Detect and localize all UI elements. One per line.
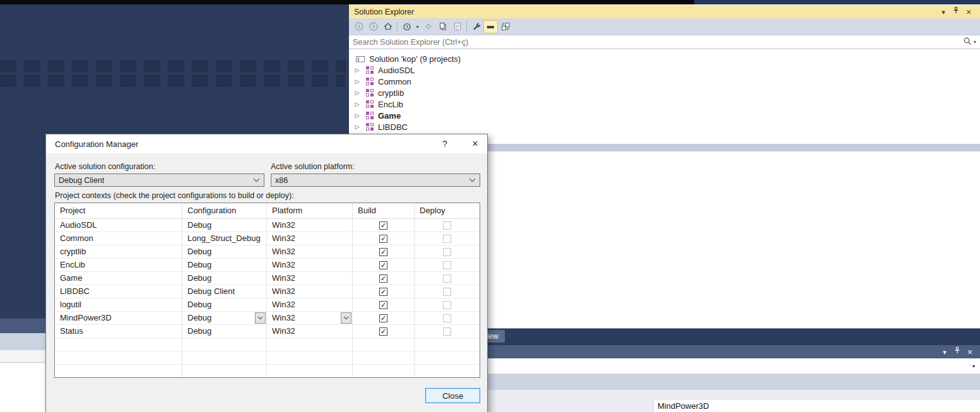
expander-icon[interactable]: ▷ [354, 124, 360, 130]
build-checkbox[interactable]: ✓ [379, 248, 387, 256]
project-cell[interactable]: Status [55, 325, 182, 338]
refresh-icon[interactable] [421, 20, 435, 33]
table-row[interactable]: AudioSDLDebugWin32✓ [55, 219, 480, 232]
configuration-cell[interactable]: Long_Struct_Debug [182, 232, 267, 245]
forward-icon[interactable] [366, 20, 381, 33]
cell-dropdown-button[interactable] [255, 312, 266, 324]
configuration-cell[interactable]: Debug [182, 312, 267, 325]
build-checkbox[interactable]: ✓ [379, 288, 387, 296]
properties-wrench-icon[interactable] [469, 20, 483, 33]
expander-icon[interactable]: ▷ [354, 67, 360, 73]
platform-cell[interactable]: Win32 [267, 219, 353, 232]
project-cell[interactable]: LIBDBC [55, 285, 182, 298]
platform-cell[interactable]: Win32 [267, 285, 353, 298]
project-cell[interactable]: Common [55, 232, 182, 245]
build-checkbox[interactable]: ✓ [379, 327, 387, 336]
tree-item-solution[interactable]: Solution 'kop' (9 projects) [349, 53, 980, 64]
pin-icon[interactable] [951, 346, 964, 358]
solution-explorer-search[interactable]: Search Solution Explorer (Ctrl+ç) ▾ [349, 35, 980, 49]
tree-item-project[interactable]: ▷Game [349, 110, 980, 121]
table-row[interactable]: StatusDebugWin32✓ [55, 325, 480, 338]
deploy-checkbox[interactable] [443, 327, 451, 336]
project-cell[interactable]: EncLib [55, 259, 182, 272]
configuration-cell[interactable]: Debug [182, 259, 267, 272]
help-button[interactable]: ? [436, 134, 454, 153]
deploy-checkbox[interactable] [443, 274, 451, 283]
cell-dropdown-button[interactable] [341, 312, 351, 324]
active-configuration-combobox[interactable]: Debug Client [54, 174, 264, 187]
platform-cell[interactable]: Win32 [267, 325, 353, 338]
configuration-cell[interactable]: Debug Client [182, 285, 267, 298]
expander-icon[interactable]: ▷ [354, 112, 360, 119]
active-platform-combobox[interactable]: x86 [271, 174, 480, 187]
platform-cell[interactable]: Win32 [267, 259, 353, 272]
filter-dropdown-icon[interactable]: ▾ [414, 20, 421, 33]
table-row[interactable]: EncLibDebugWin32✓ [55, 259, 480, 272]
configuration-cell[interactable]: Debug [182, 272, 267, 285]
table-row[interactable]: LIBDBCDebug ClientWin32✓ [55, 285, 480, 298]
expander-icon[interactable]: ▷ [354, 90, 360, 96]
table-row[interactable]: logutilDebugWin32✓ [55, 298, 480, 312]
deploy-checkbox[interactable] [443, 221, 451, 230]
tree-item-project[interactable]: ▷EncLib [349, 98, 980, 110]
tree-item-project[interactable]: ▷Common [349, 76, 980, 87]
tree-item-project[interactable]: ▷cryptlib [349, 87, 980, 98]
platform-cell[interactable]: Win32 [267, 272, 353, 285]
tree-item-project[interactable]: ▷LIBDBC [349, 121, 980, 132]
platform-cell[interactable]: Win32 [267, 232, 353, 245]
show-all-files-icon[interactable] [450, 20, 464, 33]
deploy-checkbox[interactable] [443, 314, 451, 322]
home-icon[interactable] [381, 20, 395, 33]
table-row[interactable]: MindPower3DDebugWin32✓ [55, 312, 480, 325]
configuration-cell[interactable]: Debug [182, 219, 267, 232]
table-row[interactable]: GameDebugWin32✓ [55, 272, 480, 285]
platform-cell[interactable]: Win32 [267, 312, 353, 325]
expander-icon[interactable]: ▷ [354, 78, 360, 85]
close-icon[interactable]: × [964, 346, 976, 358]
search-icon[interactable] [963, 37, 972, 48]
close-button[interactable]: Close [425, 388, 480, 403]
expander-icon[interactable]: ▷ [354, 101, 360, 107]
column-header: Deploy [415, 203, 480, 219]
build-checkbox[interactable]: ✓ [379, 301, 387, 309]
dialog-titlebar[interactable]: Configuration Manager ? × [46, 134, 487, 153]
dialog-close-icon[interactable]: × [464, 134, 487, 153]
tree-item-label: Common [378, 77, 411, 86]
sync-with-active-document-icon[interactable] [498, 20, 512, 33]
window-position-icon[interactable]: ▾ [938, 346, 951, 358]
project-cell[interactable]: AudioSDL [55, 219, 182, 232]
window-position-icon[interactable]: ▾ [937, 6, 950, 18]
table-row[interactable]: CommonLong_Struct_DebugWin32✓ [55, 232, 480, 245]
pin-icon[interactable] [950, 6, 962, 18]
build-checkbox[interactable]: ✓ [379, 314, 387, 322]
configuration-cell[interactable]: Debug [182, 245, 267, 259]
project-cell[interactable]: MindPower3D [55, 312, 182, 325]
project-cell[interactable]: logutil [55, 298, 182, 312]
close-icon[interactable]: × [962, 6, 975, 18]
build-checkbox[interactable]: ✓ [379, 235, 387, 243]
build-checkbox[interactable]: ✓ [379, 221, 387, 230]
preview-selected-items-toggle[interactable] [483, 20, 498, 33]
dropdown-popup-item[interactable]: MindPower3D [653, 399, 980, 412]
build-checkbox[interactable]: ✓ [379, 274, 387, 283]
solution-explorer-titlebar[interactable]: Solution Explorer ▾ × [349, 5, 980, 18]
deploy-checkbox[interactable] [443, 235, 451, 243]
project-cell[interactable]: cryptlib [55, 245, 182, 259]
deploy-checkbox[interactable] [443, 301, 451, 309]
tree-item-project[interactable]: ▷AudioSDL [349, 64, 980, 76]
back-icon[interactable] [351, 20, 366, 33]
deploy-checkbox[interactable] [443, 288, 451, 296]
build-checkbox[interactable]: ✓ [379, 261, 387, 269]
deploy-checkbox[interactable] [443, 248, 451, 256]
deploy-checkbox[interactable] [443, 261, 451, 269]
project-cell[interactable]: Game [55, 272, 182, 285]
copy-documents-icon[interactable] [435, 20, 450, 33]
pending-changes-filter-icon[interactable] [399, 20, 414, 33]
configuration-cell[interactable]: Debug [182, 298, 267, 312]
table-row[interactable]: cryptlibDebugWin32✓ [55, 245, 480, 259]
configuration-cell[interactable]: Debug [182, 325, 267, 338]
platform-cell[interactable]: Win32 [267, 245, 353, 259]
search-options-dropdown-icon[interactable]: ▾ [974, 39, 976, 45]
combo-dropdown-icon[interactable]: ▾ [972, 363, 975, 369]
platform-cell[interactable]: Win32 [267, 298, 353, 312]
